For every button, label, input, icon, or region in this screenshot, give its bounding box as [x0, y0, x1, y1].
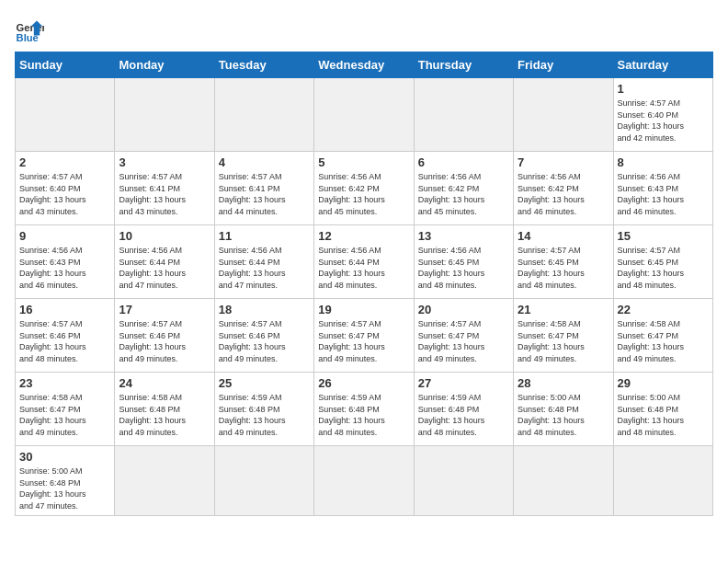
calendar-cell: 9Sunrise: 4:56 AM Sunset: 6:43 PM Daylig… [16, 225, 115, 299]
calendar-cell: 2Sunrise: 4:57 AM Sunset: 6:40 PM Daylig… [16, 152, 115, 225]
day-info: Sunrise: 4:56 AM Sunset: 6:44 PM Dayligh… [219, 245, 310, 291]
calendar-cell [514, 78, 613, 152]
day-info: Sunrise: 5:00 AM Sunset: 6:48 PM Dayligh… [618, 392, 709, 438]
day-number: 27 [418, 376, 509, 390]
day-number: 1 [618, 82, 709, 96]
day-info: Sunrise: 4:57 AM Sunset: 6:41 PM Dayligh… [219, 171, 310, 217]
calendar-table: SundayMondayTuesdayWednesdayThursdayFrid… [15, 52, 713, 516]
day-info: Sunrise: 4:56 AM Sunset: 6:45 PM Dayligh… [418, 245, 509, 291]
calendar-cell [214, 446, 313, 516]
day-info: Sunrise: 4:57 AM Sunset: 6:40 PM Dayligh… [19, 171, 110, 217]
day-number: 24 [119, 376, 210, 390]
calendar-cell: 19Sunrise: 4:57 AM Sunset: 6:47 PM Dayli… [314, 299, 414, 373]
day-number: 4 [219, 155, 310, 169]
day-number: 14 [518, 229, 609, 243]
day-number: 26 [318, 376, 409, 390]
day-info: Sunrise: 4:57 AM Sunset: 6:40 PM Dayligh… [618, 98, 709, 144]
day-number: 5 [318, 155, 409, 169]
weekday-tuesday: Tuesday [214, 52, 313, 78]
day-number: 10 [119, 229, 210, 243]
weekday-sunday: Sunday [16, 52, 115, 78]
day-info: Sunrise: 4:57 AM Sunset: 6:41 PM Dayligh… [119, 171, 210, 217]
week-row-1: 2Sunrise: 4:57 AM Sunset: 6:40 PM Daylig… [16, 152, 713, 225]
calendar-cell: 22Sunrise: 4:58 AM Sunset: 6:47 PM Dayli… [613, 299, 712, 373]
day-info: Sunrise: 4:57 AM Sunset: 6:46 PM Dayligh… [219, 318, 310, 364]
calendar-cell: 27Sunrise: 4:59 AM Sunset: 6:48 PM Dayli… [414, 373, 513, 446]
calendar-cell [16, 78, 115, 152]
day-number: 17 [119, 303, 210, 316]
day-number: 25 [219, 376, 310, 390]
calendar-body: 1Sunrise: 4:57 AM Sunset: 6:40 PM Daylig… [16, 78, 713, 516]
calendar-cell [115, 446, 214, 516]
day-info: Sunrise: 4:57 AM Sunset: 6:47 PM Dayligh… [318, 318, 409, 364]
day-info: Sunrise: 4:59 AM Sunset: 6:48 PM Dayligh… [418, 392, 509, 438]
week-row-2: 9Sunrise: 4:56 AM Sunset: 6:43 PM Daylig… [16, 225, 713, 299]
calendar-cell: 14Sunrise: 4:57 AM Sunset: 6:45 PM Dayli… [514, 225, 613, 299]
calendar-cell [314, 446, 414, 516]
logo: General Blue [15, 15, 44, 44]
calendar-cell: 26Sunrise: 4:59 AM Sunset: 6:48 PM Dayli… [314, 373, 414, 446]
logo-icon: General Blue [15, 15, 44, 44]
day-info: Sunrise: 4:57 AM Sunset: 6:45 PM Dayligh… [618, 245, 709, 291]
day-info: Sunrise: 5:00 AM Sunset: 6:48 PM Dayligh… [19, 465, 110, 511]
calendar-cell: 10Sunrise: 4:56 AM Sunset: 6:44 PM Dayli… [115, 225, 214, 299]
day-number: 15 [618, 229, 709, 243]
day-info: Sunrise: 4:56 AM Sunset: 6:42 PM Dayligh… [318, 171, 409, 217]
day-number: 6 [418, 155, 509, 169]
calendar-cell [514, 446, 613, 516]
calendar-cell: 3Sunrise: 4:57 AM Sunset: 6:41 PM Daylig… [115, 152, 214, 225]
day-info: Sunrise: 4:56 AM Sunset: 6:42 PM Dayligh… [418, 171, 509, 217]
calendar-cell: 28Sunrise: 5:00 AM Sunset: 6:48 PM Dayli… [514, 373, 613, 446]
day-info: Sunrise: 5:00 AM Sunset: 6:48 PM Dayligh… [518, 392, 609, 438]
day-number: 7 [518, 155, 609, 169]
day-info: Sunrise: 4:56 AM Sunset: 6:44 PM Dayligh… [318, 245, 409, 291]
page-header: General Blue [15, 15, 713, 44]
calendar-cell: 8Sunrise: 4:56 AM Sunset: 6:43 PM Daylig… [613, 152, 712, 225]
day-number: 18 [219, 303, 310, 316]
day-number: 16 [19, 303, 110, 316]
day-info: Sunrise: 4:58 AM Sunset: 6:47 PM Dayligh… [618, 318, 709, 364]
day-info: Sunrise: 4:59 AM Sunset: 6:48 PM Dayligh… [318, 392, 409, 438]
weekday-saturday: Saturday [613, 52, 712, 78]
day-info: Sunrise: 4:56 AM Sunset: 6:44 PM Dayligh… [119, 245, 210, 291]
svg-text:General: General [17, 22, 44, 33]
day-info: Sunrise: 4:58 AM Sunset: 6:47 PM Dayligh… [19, 392, 110, 438]
weekday-wednesday: Wednesday [314, 52, 414, 78]
calendar-cell: 5Sunrise: 4:56 AM Sunset: 6:42 PM Daylig… [314, 152, 414, 225]
day-number: 12 [318, 229, 409, 243]
calendar-cell: 30Sunrise: 5:00 AM Sunset: 6:48 PM Dayli… [16, 446, 115, 516]
week-row-0: 1Sunrise: 4:57 AM Sunset: 6:40 PM Daylig… [16, 78, 713, 152]
day-number: 20 [418, 303, 509, 316]
day-info: Sunrise: 4:58 AM Sunset: 6:47 PM Dayligh… [518, 318, 609, 364]
calendar-cell: 20Sunrise: 4:57 AM Sunset: 6:47 PM Dayli… [414, 299, 513, 373]
day-number: 19 [318, 303, 409, 316]
day-number: 28 [518, 376, 609, 390]
calendar-cell: 6Sunrise: 4:56 AM Sunset: 6:42 PM Daylig… [414, 152, 513, 225]
day-number: 23 [19, 376, 110, 390]
weekday-friday: Friday [514, 52, 613, 78]
calendar-cell: 7Sunrise: 4:56 AM Sunset: 6:42 PM Daylig… [514, 152, 613, 225]
calendar-cell: 23Sunrise: 4:58 AM Sunset: 6:47 PM Dayli… [16, 373, 115, 446]
calendar-cell [613, 446, 712, 516]
day-info: Sunrise: 4:59 AM Sunset: 6:48 PM Dayligh… [219, 392, 310, 438]
calendar-cell: 13Sunrise: 4:56 AM Sunset: 6:45 PM Dayli… [414, 225, 513, 299]
weekday-monday: Monday [115, 52, 214, 78]
day-info: Sunrise: 4:56 AM Sunset: 6:43 PM Dayligh… [19, 245, 110, 291]
calendar-cell: 16Sunrise: 4:57 AM Sunset: 6:46 PM Dayli… [16, 299, 115, 373]
day-number: 29 [618, 376, 709, 390]
calendar-cell: 25Sunrise: 4:59 AM Sunset: 6:48 PM Dayli… [214, 373, 313, 446]
calendar-cell [314, 78, 414, 152]
calendar-cell [414, 78, 513, 152]
weekday-header-row: SundayMondayTuesdayWednesdayThursdayFrid… [16, 52, 713, 78]
day-number: 22 [618, 303, 709, 316]
day-number: 8 [618, 155, 709, 169]
calendar-cell: 29Sunrise: 5:00 AM Sunset: 6:48 PM Dayli… [613, 373, 712, 446]
day-number: 2 [19, 155, 110, 169]
day-info: Sunrise: 4:58 AM Sunset: 6:48 PM Dayligh… [119, 392, 210, 438]
day-number: 13 [418, 229, 509, 243]
day-number: 30 [19, 450, 110, 464]
day-number: 3 [119, 155, 210, 169]
day-info: Sunrise: 4:57 AM Sunset: 6:47 PM Dayligh… [418, 318, 509, 364]
calendar-cell: 1Sunrise: 4:57 AM Sunset: 6:40 PM Daylig… [613, 78, 712, 152]
week-row-3: 16Sunrise: 4:57 AM Sunset: 6:46 PM Dayli… [16, 299, 713, 373]
